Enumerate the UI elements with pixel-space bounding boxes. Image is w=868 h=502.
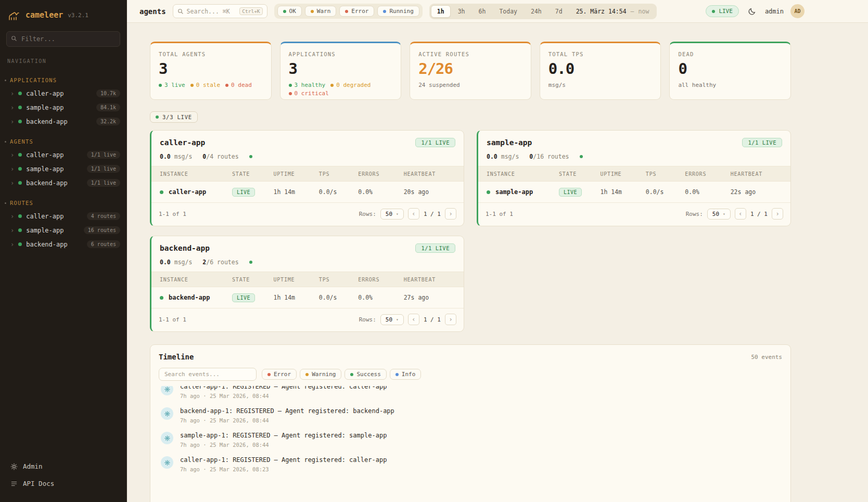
timeline-controls: Error Warning Success Info: [159, 368, 782, 381]
prev-page-button[interactable]: ‹: [408, 314, 419, 325]
app-stats-row: 0.0 msg/s 2/6 routes: [151, 258, 464, 272]
app-logo[interactable]: cameleer v3.2.1: [0, 0, 126, 28]
sidebar-footer: Admin API Docs: [0, 453, 126, 502]
filter-chip-ok[interactable]: OK: [277, 6, 302, 17]
sidebar-item-api-docs[interactable]: API Docs: [6, 475, 120, 492]
sidebar-filter-input[interactable]: [6, 31, 120, 47]
app-name[interactable]: caller-app: [160, 138, 205, 147]
live-status-pill[interactable]: LIVE: [706, 5, 739, 17]
sidebar-item-agent-backend-app[interactable]: › backend-app 1/1 live: [0, 176, 126, 190]
search-icon: [177, 8, 184, 15]
section-header-applications[interactable]: APPLICATIONS: [0, 75, 126, 86]
stat-card-dead: DEAD 0 all healthy: [669, 42, 791, 100]
event-time: 7h ago · 25 Mar 2026, 08:44: [180, 417, 394, 423]
rows-per-page-select[interactable]: 50▾: [707, 209, 731, 220]
timeline-event[interactable]: backend-app-1: REGISTERED — Agent regist…: [159, 403, 782, 428]
sidebar-item-agent-caller-app[interactable]: › caller-app 1/1 live: [0, 148, 126, 162]
event-text: sample-app-1: REGISTERED — Agent registe…: [180, 432, 387, 439]
sub-text: 0 critical: [295, 90, 329, 97]
app-card-caller-app: caller-app 1/1 LIVE 0.0 msg/s 0/4 routes…: [150, 130, 464, 226]
next-page-button[interactable]: ›: [445, 208, 456, 220]
sidebar-item-app-caller-app[interactable]: › caller-app 10.7k: [0, 86, 126, 100]
admin-label: Admin: [23, 462, 43, 470]
timeline-event-count: 50 events: [751, 354, 782, 361]
timeline-event[interactable]: caller-app-1: REGISTERED — Agent registe…: [159, 452, 782, 477]
status-dot: [18, 181, 22, 185]
app-card-header: caller-app 1/1 LIVE: [151, 131, 464, 152]
sidebar-item-badge: 1/1 live: [87, 151, 120, 159]
status-dot: [18, 106, 22, 109]
table-row[interactable]: backend-app LIVE 1h 14m 0.0/s 0.0% 27s a…: [151, 287, 464, 308]
sidebar-item-app-sample-app[interactable]: › sample-app 84.1k: [0, 100, 126, 114]
app-tps: 0.0 msg/s: [160, 259, 192, 266]
filter-chip-running[interactable]: Running: [377, 6, 419, 17]
timeline-event-list[interactable]: caller-app-1: REGISTERED — Agent registe…: [159, 386, 782, 477]
errors-cell: 0.0%: [358, 188, 403, 196]
prev-page-button[interactable]: ‹: [735, 208, 746, 220]
warning-dot: [305, 373, 309, 376]
next-page-button[interactable]: ›: [445, 314, 456, 325]
search-input[interactable]: [187, 8, 237, 15]
stat-card-applications: APPLICATIONS 3 3 healthy 0 degraded 0 cr…: [280, 42, 402, 100]
sidebar-item-routes-backend-app[interactable]: › backend-app 6 routes: [0, 237, 126, 251]
range-button-7d[interactable]: 7d: [549, 5, 569, 18]
timeline-chip-success[interactable]: Success: [344, 369, 386, 380]
heartbeat-cell: 22s ago: [731, 188, 782, 196]
next-page-button[interactable]: ›: [772, 208, 783, 220]
range-button-3h[interactable]: 3h: [452, 5, 471, 18]
timeline-chip-warning[interactable]: Warning: [300, 369, 341, 380]
range-button-1h[interactable]: 1h: [431, 5, 451, 18]
range-button-6h[interactable]: 6h: [473, 5, 492, 18]
app-card-backend-app: backend-app 1/1 LIVE 0.0 msg/s 2/6 route…: [150, 236, 464, 332]
table-header: INSTANCE STATE UPTIME TPS ERRORS HEARTBE…: [151, 272, 464, 287]
green-dot: [159, 84, 162, 87]
sidebar-item-routes-caller-app[interactable]: › caller-app 4 routes: [0, 209, 126, 223]
table-row[interactable]: caller-app LIVE 1h 14m 0.0/s 0.0% 20s ag…: [151, 182, 464, 203]
error-dot: [345, 10, 348, 13]
activity-dot: [580, 155, 583, 158]
search-icon: [11, 35, 17, 42]
col-uptime: UPTIME: [600, 171, 645, 177]
main-area: agents Ctrl+K OK Warn Error Running: [127, 0, 868, 502]
state-badge: LIVE: [232, 188, 255, 197]
filter-chip-warn[interactable]: Warn: [305, 6, 337, 17]
timeline-event[interactable]: caller-app-1: REGISTERED — Agent registe…: [159, 386, 782, 403]
sidebar-item-admin[interactable]: Admin: [6, 458, 120, 474]
timeline-chip-info[interactable]: Info: [390, 369, 422, 380]
tps-cell: 0.0/s: [319, 294, 358, 301]
rows-per-page-select[interactable]: 50▾: [380, 314, 404, 325]
section-header-agents[interactable]: AGENTS: [0, 137, 126, 148]
time-range-selector: 1h 3h 6h Today 24h 7d 25. März 14:54 — n…: [429, 4, 657, 19]
app-name[interactable]: sample-app: [487, 138, 532, 147]
dark-mode-toggle[interactable]: [746, 5, 758, 18]
filter-chip-error[interactable]: Error: [339, 6, 374, 17]
range-button-today[interactable]: Today: [493, 5, 524, 18]
tps-cell: 0.0/s: [646, 188, 685, 196]
prev-page-button[interactable]: ‹: [408, 208, 419, 220]
range-button-24h[interactable]: 24h: [525, 5, 548, 18]
app-name: cameleer: [25, 10, 63, 20]
range-separator: —: [631, 8, 634, 15]
timeline-event[interactable]: sample-app-1: REGISTERED — Agent registe…: [159, 428, 782, 452]
table-row[interactable]: sample-app LIVE 1h 14m 0.0/s 0.0% 22s ag…: [478, 182, 790, 203]
apps-grid: caller-app 1/1 LIVE 0.0 msg/s 0/4 routes…: [150, 130, 791, 332]
timeline-search-input[interactable]: [164, 371, 251, 378]
live-label: LIVE: [719, 8, 733, 15]
row-count: 1-1 of 1: [486, 211, 513, 217]
stat-sub-live: 3 live: [159, 82, 185, 88]
rows-per-page-select[interactable]: 50▾: [380, 209, 404, 220]
sidebar-item-routes-sample-app[interactable]: › sample-app 16 routes: [0, 223, 126, 237]
timeline-title: Timeline: [159, 353, 194, 361]
sidebar-item-app-backend-app[interactable]: › backend-app 32.2k: [0, 114, 126, 128]
timeline-chip-error[interactable]: Error: [262, 369, 297, 380]
sidebar-item-badge: 32.2k: [96, 118, 120, 125]
chevron-right-icon: ›: [10, 152, 14, 158]
avatar[interactable]: AD: [790, 4, 805, 18]
sidebar-item-agent-sample-app[interactable]: › sample-app 1/1 live: [0, 162, 126, 176]
section-header-routes[interactable]: ROUTES: [0, 198, 126, 209]
sidebar-item-badge: 1/1 live: [87, 179, 120, 187]
sidebar-item-label: backend-app: [26, 179, 67, 187]
app-name[interactable]: backend-app: [160, 244, 210, 252]
sub-text: 3 healthy: [295, 82, 326, 88]
activity-dot: [249, 155, 252, 158]
